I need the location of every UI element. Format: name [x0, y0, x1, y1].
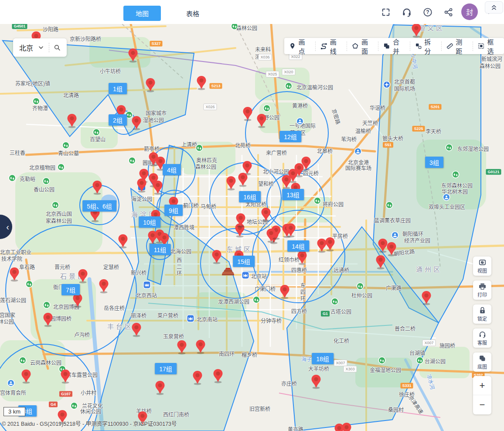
- group-label[interactable]: 9组: [164, 205, 183, 216]
- avatar[interactable]: 封: [461, 3, 478, 20]
- map-pin[interactable]: [237, 172, 249, 187]
- map-pin[interactable]: [42, 312, 54, 327]
- group-label[interactable]: 4组: [163, 164, 181, 175]
- road-shield: X007: [334, 360, 347, 366]
- print-button[interactable]: 打印: [473, 280, 491, 300]
- map-pin[interactable]: [256, 113, 267, 128]
- map-pin[interactable]: [421, 291, 432, 305]
- drawn-circle[interactable]: [0, 344, 95, 431]
- draw-toolbar: 画点画线画面合并拆分测距框选: [284, 38, 504, 54]
- map-pin[interactable]: [411, 24, 422, 38]
- draw-line-tool[interactable]: 画线: [315, 41, 347, 51]
- park-icon: [385, 201, 393, 209]
- park-icon: [195, 144, 203, 152]
- group-label[interactable]: 18组: [312, 353, 334, 364]
- map-pin[interactable]: [212, 369, 224, 383]
- map-pin[interactable]: [211, 250, 222, 264]
- road-shield: G107: [59, 391, 72, 397]
- map-pin[interactable]: [279, 284, 290, 299]
- map-pin[interactable]: [296, 250, 308, 265]
- road-shield: X303: [343, 366, 357, 373]
- park-icon: [231, 24, 238, 30]
- group-label[interactable]: 7组: [61, 284, 80, 295]
- zoom-out-button[interactable]: −: [473, 395, 491, 414]
- park-icon: [285, 82, 293, 90]
- view-tabs: 地图 表格: [123, 6, 204, 21]
- map-pin[interactable]: [196, 75, 207, 90]
- map-pin[interactable]: [77, 269, 89, 284]
- map-pin[interactable]: [136, 178, 147, 193]
- road-shield: S201: [429, 104, 441, 110]
- group-label[interactable]: 5组、6组: [82, 200, 116, 212]
- road-shield: S225: [412, 126, 425, 132]
- group-label[interactable]: 12组: [279, 131, 301, 142]
- group-label[interactable]: 15组: [233, 256, 255, 267]
- park-icon: [70, 402, 78, 410]
- draw-point-tool[interactable]: 画点: [284, 41, 315, 51]
- map-pin[interactable]: [154, 380, 166, 395]
- map-pin[interactable]: [324, 237, 336, 252]
- map-pin[interactable]: [66, 113, 78, 128]
- map-pin[interactable]: [152, 180, 163, 195]
- map-pin[interactable]: [176, 340, 187, 355]
- group-label[interactable]: 17组: [155, 363, 177, 374]
- map-pin[interactable]: [375, 255, 386, 270]
- group-label[interactable]: 13组: [282, 189, 304, 200]
- group-label[interactable]: 3组: [425, 157, 443, 168]
- group-label[interactable]: 16组: [239, 191, 261, 202]
- basemap-button[interactable]: 底图: [473, 352, 491, 372]
- group-label[interactable]: 2组: [109, 114, 127, 126]
- collapse-header-button[interactable]: [485, 1, 503, 14]
- map-pin[interactable]: [195, 339, 206, 354]
- road-shield: S331: [400, 383, 413, 389]
- split-tool[interactable]: 拆分: [410, 41, 441, 51]
- box-select-tool[interactable]: 框选: [473, 41, 504, 51]
- map-pin[interactable]: [131, 116, 142, 130]
- group-label[interactable]: 14组: [287, 240, 309, 252]
- merge-tool[interactable]: 合并: [378, 41, 409, 51]
- draw-overlays: [0, 24, 504, 431]
- map-pin[interactable]: [266, 228, 277, 243]
- draw-area-tool[interactable]: 画面: [347, 41, 378, 51]
- help-button[interactable]: ?: [423, 7, 432, 17]
- group-label[interactable]: 11组: [150, 244, 171, 255]
- city-selector[interactable]: 北京: [13, 38, 67, 57]
- map-pin[interactable]: [9, 267, 20, 282]
- support-headset-button[interactable]: [402, 7, 412, 17]
- map-pin[interactable]: [242, 106, 253, 121]
- lock-button[interactable]: 锁定: [473, 304, 491, 324]
- map-pin[interactable]: [72, 293, 83, 308]
- share-button[interactable]: [444, 7, 453, 17]
- customer-service-button[interactable]: 客服: [473, 328, 491, 348]
- measure-tool[interactable]: 测距: [441, 41, 473, 51]
- map-pin[interactable]: [131, 322, 142, 337]
- group-label[interactable]: 1组: [109, 83, 127, 94]
- tab-map[interactable]: 地图: [123, 6, 161, 21]
- map-pin[interactable]: [225, 176, 237, 191]
- fullscreen-button[interactable]: [381, 7, 391, 17]
- map-pin[interactable]: [310, 374, 322, 389]
- map-pin[interactable]: [235, 213, 246, 228]
- park-icon: [62, 141, 70, 149]
- map-pin[interactable]: [127, 48, 139, 63]
- map-pin[interactable]: [285, 223, 296, 238]
- city-name: 北京: [19, 42, 33, 53]
- view-button[interactable]: 视图: [473, 257, 491, 276]
- search-icon[interactable]: [54, 44, 61, 51]
- map-canvas[interactable]: 顺义区海淀区东城区丰台区石景山通州区沙阳路京新沙阳路桥小牛坊桥苏家坨(地区)镇北…: [0, 24, 504, 431]
- map-pin[interactable]: [117, 234, 129, 249]
- map-pin[interactable]: [20, 369, 32, 384]
- map-pin[interactable]: [92, 180, 103, 195]
- park-icon: [92, 128, 100, 136]
- map-pin[interactable]: [341, 422, 352, 431]
- group-label[interactable]: 10组: [139, 216, 160, 228]
- zoom-in-button[interactable]: +: [473, 376, 491, 395]
- map-pin[interactable]: [386, 242, 397, 257]
- map-pin[interactable]: [192, 370, 203, 385]
- map-pin[interactable]: [260, 207, 272, 222]
- chevron-down-icon: [37, 44, 44, 51]
- map-pin[interactable]: [145, 78, 156, 92]
- tab-table[interactable]: 表格: [182, 6, 204, 21]
- map-pin[interactable]: [98, 279, 109, 294]
- map-pin[interactable]: [60, 369, 71, 384]
